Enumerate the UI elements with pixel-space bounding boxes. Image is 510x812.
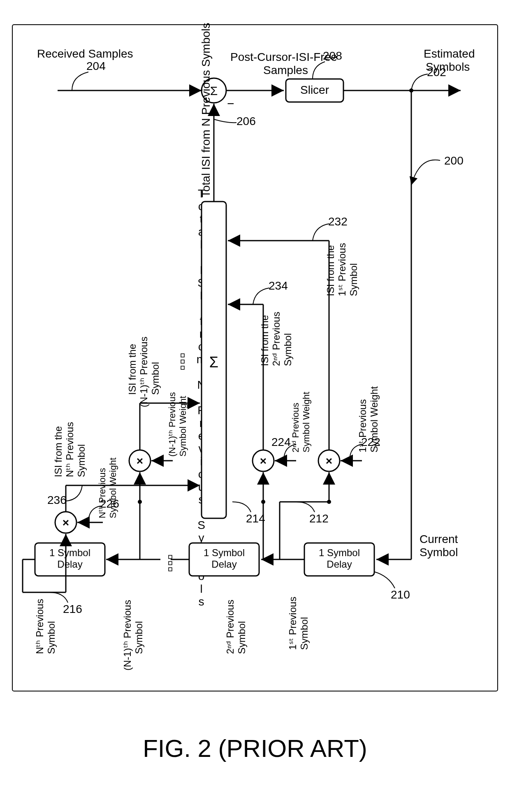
ref-210: 210 [391,588,410,601]
svg-rect-41 [169,555,172,559]
ref-208: 208 [323,49,342,62]
ref-212: 212 [309,512,329,525]
svg-text:(N-1)ᵗʰ PreviousSymbol Weight: (N-1)ᵗʰ PreviousSymbol Weight [167,392,188,457]
svg-text:2ⁿᵈ PreviousSymbol Weight: 2ⁿᵈ PreviousSymbol Weight [290,392,311,452]
svg-text:−: − [227,97,234,110]
ref-202: 202 [427,66,446,79]
ref-232: 232 [328,215,348,228]
svg-rect-39 [181,360,184,363]
svg-text:(N-1)ᵗʰ PreviousSymbol: (N-1)ᵗʰ PreviousSymbol [122,600,144,670]
current-symbol-label: CurrentSymbol [420,533,458,559]
svg-point-52 [138,500,142,504]
ellipsis-top [181,354,184,369]
figure-caption: FIG. 2 (PRIOR ART) [143,735,367,762]
svg-rect-40 [181,366,184,369]
svg-text:×: × [137,455,143,467]
ref-200: 200 [444,154,464,167]
ref-222: 222 [361,436,380,448]
svg-text:Total ISI from N Previous Symb: Total ISI from N Previous Symbols [199,23,212,197]
svg-text:ISI from the(N-1)ᵗʰ PreviousSy: ISI from the(N-1)ᵗʰ PreviousSymbol [127,336,161,407]
svg-text:×: × [260,455,267,467]
tap-nm1: ISI from the(N-1)ᵗʰ PreviousSymbol × (N-… [106,336,200,670]
svg-text:ISI from the1ˢᵗ PreviousSymbol: ISI from the1ˢᵗ PreviousSymbol [325,243,359,296]
svg-text:Nᵗʰ PreviousSymbol: Nᵗʰ PreviousSymbol [34,599,57,654]
ref-234: 234 [269,279,288,292]
slicer-label: Slicer [300,84,329,96]
svg-text:2ⁿᵈ PreviousSymbol: 2ⁿᵈ PreviousSymbol [225,600,247,654]
ref-224: 224 [271,436,291,448]
svg-text:×: × [326,455,332,467]
ref-216: 216 [63,603,82,615]
ref-226: 226 [100,497,119,510]
ellipsis-bottom [169,555,172,571]
received-samples-label: Received Samples [37,47,133,60]
svg-text:ISI from the2ⁿᵈ PreviousSymbol: ISI from the2ⁿᵈ PreviousSymbol [259,312,293,366]
svg-text:1ˢᵗ PreviousSymbol: 1ˢᵗ PreviousSymbol [287,597,310,650]
ref-236: 236 [47,494,67,506]
ref-206: 206 [236,115,256,128]
svg-text:ISI from theNᵗʰ PreviousSymbol: ISI from theNᵗʰ PreviousSymbol [53,422,87,477]
ref-204: 204 [86,60,106,72]
svg-rect-43 [169,568,172,571]
svg-text:Σ: Σ [209,354,218,371]
ref-214: 214 [246,512,265,525]
svg-rect-38 [181,354,184,357]
svg-rect-42 [169,561,172,565]
svg-text:×: × [63,516,69,529]
